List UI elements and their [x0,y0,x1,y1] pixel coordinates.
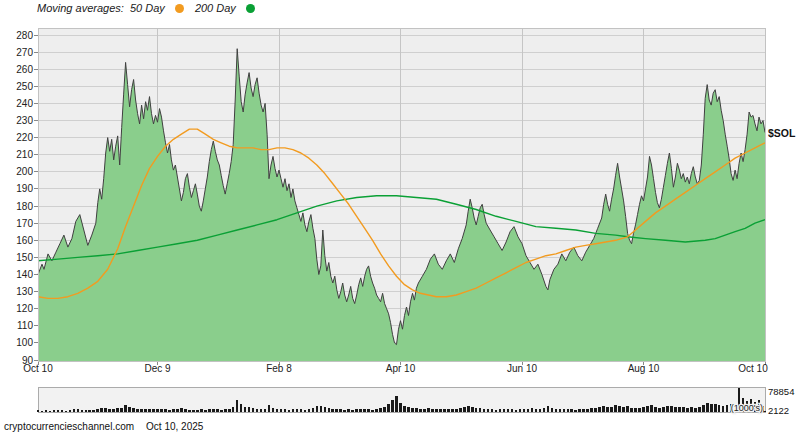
volume-bar [606,407,609,412]
volume-bar [531,408,534,412]
volume-bar [419,409,422,412]
volume-bar [128,407,131,412]
volume-bar [312,408,315,412]
chart-page: Moving averages: 50 Day 200 Day 28027026… [0,0,800,435]
volume-bar [96,409,99,412]
volume-bar [439,409,442,412]
volume-bar [690,407,693,412]
volume-bar [296,409,299,412]
legend-title: Moving averages: [37,2,124,14]
y-tick-label: 140 [16,269,33,280]
volume-bar [622,407,625,412]
ma50-dot-icon [175,4,184,13]
volume-bar [85,410,88,412]
volume-bar [451,409,454,412]
volume-bar [244,407,247,412]
volume-bar [176,409,179,412]
volume-bar [463,407,466,412]
y-tick-label: 210 [16,149,33,160]
volume-bar [328,408,331,412]
volume-bar [431,409,434,412]
volume-bar [654,407,657,412]
volume-bar [228,409,231,412]
volume-bar [276,409,279,412]
x-axis-labels: Oct 10Dec 9Feb 8Apr 10Jun 10Aug 10Oct 10 [23,363,768,374]
volume-bar [519,409,522,412]
volume-bar [339,409,342,412]
volume-bar [320,406,323,412]
volume-bar [240,404,243,412]
volume-bar [626,406,629,412]
y-tick-label: 120 [16,303,33,314]
volume-bar [698,407,701,412]
ma200-dot-icon [246,4,255,13]
volume-bar [594,408,597,412]
volume-bar [61,410,64,412]
volume-bar [598,407,601,412]
volume-bar [475,408,478,412]
volume-bar [467,406,470,412]
volume-bar [168,410,171,412]
y-tick-label: 280 [16,30,33,41]
volume-bar [204,410,207,412]
volume-bar [116,408,119,412]
y-tick-label: 230 [16,115,33,126]
volume-bar [710,404,713,412]
volume-bar [371,410,374,412]
volume-bar [104,408,107,412]
volume-bar [686,408,689,412]
volume-bar [682,407,685,412]
volume-max-label: 78854 [768,386,794,397]
volume-bar [355,409,358,412]
volume-bar [674,407,677,412]
volume-bar [590,408,593,412]
volume-bar [192,410,195,412]
chart-footer: cryptocurrencieschannel.comOct 10, 2025 [4,421,203,432]
volume-bar [379,408,382,412]
volume-bar [343,410,346,412]
volume-bar [638,408,641,412]
legend-ma50-label: 50 Day [130,2,165,14]
y-tick-label: 260 [16,64,33,75]
volume-bar [511,409,514,412]
volume-bar [459,408,462,412]
volume-bar [642,407,645,412]
volume-bar [164,409,167,412]
volume-bar [73,409,76,412]
y-tick-label: 100 [16,337,33,348]
volume-bar [232,407,235,412]
volume-bar [236,400,239,412]
volume-bar [499,409,502,412]
volume-bar [264,409,267,412]
volume-bar [120,408,123,412]
volume-bar [495,410,498,412]
volume-bar [443,409,446,412]
volume-bar [706,403,709,412]
y-tick-label: 250 [16,81,33,92]
volume-bar [666,406,669,412]
volume-bar [188,410,191,412]
volume-bar [399,403,402,412]
volume-bar [630,408,633,412]
volume-bar [308,409,311,412]
y-tick-label: 150 [16,252,33,263]
volume-bar [391,400,394,412]
volume-bar [559,409,562,412]
volume-bar [304,410,307,412]
volume-bar [57,410,60,412]
volume-bar [335,409,338,412]
volume-bar [503,409,506,412]
volume-bar [37,410,40,412]
volume-bar [132,408,135,412]
y-tick-label: 200 [16,166,33,177]
volume-bar [45,410,48,412]
volume-bar [180,408,183,412]
volume-bar [407,407,410,412]
volume-bar [610,407,613,412]
volume-bar [491,409,494,412]
volume-bar [427,408,430,412]
volume-last-label: 2122 [768,405,789,416]
volume-bar [435,409,438,412]
volume-bar [152,409,155,412]
volume-bar [423,409,426,412]
